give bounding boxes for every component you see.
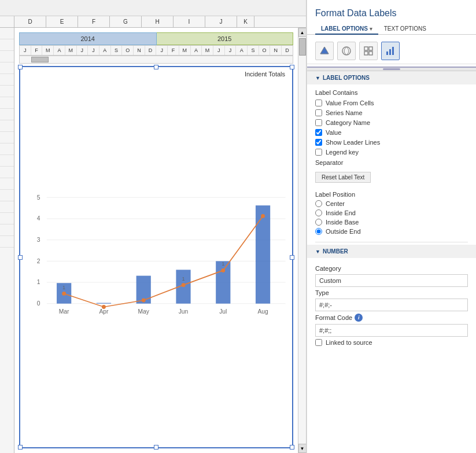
chart-area: Incident Totals 5 4 3 2 1 0 [19, 66, 293, 448]
svg-text:5: 5 [37, 194, 40, 201]
svg-text:1: 1 [222, 261, 224, 267]
outside-end-radio[interactable] [315, 228, 322, 235]
type-input[interactable] [315, 299, 468, 311]
checkbox-legend-key: Legend key [315, 149, 468, 156]
size-properties-icon-btn[interactable] [359, 42, 378, 60]
row-num [0, 39, 14, 51]
month-j2: J [77, 46, 88, 55]
label-contains-title: Label Contains [315, 89, 468, 96]
category-input[interactable] [315, 274, 468, 287]
scrollbar-thumb[interactable] [31, 57, 49, 62]
resize-handle-mr[interactable] [290, 255, 294, 260]
row-num [0, 132, 14, 143]
label-options-section-header[interactable]: ▼ LABEL OPTIONS [307, 71, 476, 84]
row-num [0, 201, 14, 213]
horizontal-scrollbar[interactable] [19, 56, 293, 64]
section-divider [315, 242, 468, 242]
linked-to-source-checkbox[interactable] [315, 339, 322, 346]
tab-label-options[interactable]: LABEL OPTIONS ▾ [315, 23, 378, 34]
panel-title: Format Data Labels [307, 0, 476, 23]
month-a3: A [191, 46, 202, 55]
category-name-checkbox[interactable] [315, 119, 322, 126]
svg-text:0: 0 [37, 300, 40, 307]
show-leader-lines-checkbox[interactable] [315, 139, 322, 146]
checkbox-category-name: Category Name [315, 119, 468, 126]
row-num [0, 155, 14, 167]
row-num [0, 120, 14, 132]
separator-label: Separator [315, 159, 343, 166]
tab-text-options[interactable]: TEXT OPTIONS [378, 23, 432, 34]
svg-text:May: May [138, 308, 149, 315]
format-code-label: Format Code [315, 314, 352, 321]
label-options-icon-btn[interactable] [381, 42, 400, 60]
month-j: J [20, 46, 31, 55]
center-radio[interactable] [315, 200, 322, 207]
resize-handle-tr[interactable] [290, 65, 294, 69]
month-m2: M [65, 46, 77, 55]
type-label: Type [315, 289, 468, 296]
year-2015-label: 2015 [157, 32, 294, 45]
label-options-section-body: Label Contains Value From Cells Series N… [307, 87, 476, 240]
month-m: M [42, 46, 54, 55]
info-icon[interactable]: i [355, 314, 363, 322]
month-a2: A [99, 46, 111, 55]
month-m3: M [179, 46, 191, 55]
svg-rect-38 [364, 51, 368, 55]
reset-label-text-button[interactable]: Reset Label Text [315, 172, 371, 183]
resize-handle-bm[interactable] [154, 445, 158, 450]
col-header-j: J [205, 16, 237, 27]
fill-icon-btn[interactable] [315, 42, 334, 60]
scroll-thumb[interactable] [299, 38, 306, 56]
resize-handle-tl[interactable] [18, 65, 23, 69]
svg-point-22 [221, 268, 225, 272]
svg-rect-39 [369, 51, 372, 55]
resize-handle-tm[interactable] [154, 65, 158, 69]
scroll-up-button[interactable]: ▲ [298, 28, 307, 37]
effects-icon [341, 46, 352, 56]
vertical-scrollbar[interactable]: ▲ ▼ [298, 28, 306, 453]
number-section-title: NUMBER [323, 248, 348, 255]
col-header-k: K [237, 16, 254, 27]
month-o: O [122, 46, 134, 55]
inside-base-radio[interactable] [315, 219, 322, 226]
format-code-row: Format Code i [315, 314, 468, 322]
resize-handle-bl[interactable] [18, 445, 23, 450]
month-a4: A [236, 46, 248, 55]
svg-point-21 [182, 283, 186, 287]
value-from-cells-checkbox[interactable] [315, 100, 322, 106]
legend-key-checkbox[interactable] [315, 149, 322, 156]
resize-handle-ml[interactable] [18, 255, 23, 260]
number-section-header[interactable]: ▼ NUMBER [307, 245, 476, 258]
scroll-down-button[interactable]: ▼ [298, 444, 307, 453]
col-header-e: E [46, 16, 78, 27]
svg-rect-16 [216, 261, 230, 303]
month-j3: J [88, 46, 99, 55]
radio-center: Center [315, 200, 468, 207]
row-num [0, 28, 14, 39]
svg-text:4: 4 [37, 215, 40, 222]
col-header-d: D [14, 16, 46, 27]
series-name-checkbox[interactable] [315, 109, 322, 116]
inside-end-radio[interactable] [315, 209, 322, 216]
row-num [0, 109, 14, 120]
right-panel: Format Data Labels LABEL OPTIONS ▾ TEXT … [307, 0, 476, 453]
format-code-input[interactable] [315, 324, 468, 337]
effects-icon-btn[interactable] [337, 42, 356, 60]
inside-end-label: Inside End [326, 209, 356, 216]
col-header-f: F [78, 16, 110, 27]
row-num [0, 51, 14, 62]
value-checkbox[interactable] [315, 129, 322, 136]
scroll-track [298, 37, 307, 444]
tab-arrow: ▾ [370, 26, 372, 32]
radio-inside-end: Inside End [315, 209, 468, 216]
bar-chart-icon [385, 46, 396, 56]
show-leader-lines-label: Show Leader Lines [326, 139, 380, 146]
svg-rect-17 [256, 205, 270, 304]
month-o2: O [259, 46, 271, 55]
resize-handle-br[interactable] [290, 445, 294, 450]
svg-text:Apr: Apr [99, 308, 109, 315]
separator-row: Separator [315, 159, 468, 166]
linked-to-source-label: Linked to source [326, 339, 372, 346]
year-header: 2014 2015 [19, 32, 293, 45]
row-num [0, 167, 14, 178]
